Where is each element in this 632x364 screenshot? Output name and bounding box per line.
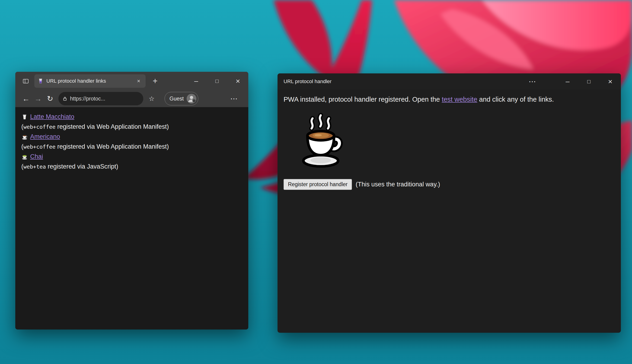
lock-icon xyxy=(62,96,68,102)
protocol-note: (web+coffee registered via Web Applicati… xyxy=(21,122,242,132)
link-label: Latte Macchiato xyxy=(30,113,74,120)
maximize-button[interactable]: □ xyxy=(206,72,228,90)
guest-avatar-icon xyxy=(186,94,196,104)
tab-actions-menu-button[interactable] xyxy=(20,75,32,87)
browser-more-button[interactable]: ⋯ xyxy=(228,92,240,105)
pwa-title-bar[interactable]: URL protocol handler ⋯ – □ × xyxy=(278,74,621,90)
tab-title: URL protocol handler links xyxy=(46,78,132,84)
pwa-window-controls: ⋯ – □ × xyxy=(522,74,621,90)
browser-window-controls: – □ × xyxy=(186,72,248,90)
pwa-more-button[interactable]: ⋯ xyxy=(522,74,543,90)
tab-actions-icon xyxy=(22,78,29,84)
profile-label: Guest xyxy=(169,96,184,102)
desktop: URL protocol handler links × + – □ × ← →… xyxy=(0,0,632,364)
browser-page-content: Latte Macchiato (web+coffee registered v… xyxy=(15,107,248,330)
minimize-button[interactable]: – xyxy=(186,72,206,90)
pwa-minimize-button[interactable]: – xyxy=(557,74,578,90)
test-website-link[interactable]: test website xyxy=(442,96,477,103)
pwa-window: URL protocol handler ⋯ – □ × PWA install… xyxy=(278,74,621,333)
browser-window: URL protocol handler links × + – □ × ← →… xyxy=(15,72,248,330)
protocol-link-row: Latte Macchiato xyxy=(21,112,242,122)
browser-tab[interactable]: URL protocol handler links × xyxy=(34,74,146,88)
pwa-close-button[interactable]: × xyxy=(599,74,621,90)
coffee-emoji-image xyxy=(290,111,351,172)
protocol-note: (web+tea registered via JavaScript) xyxy=(21,162,242,172)
protocol-scheme: web+coffee xyxy=(24,124,55,130)
protocol-link-row: Chai xyxy=(21,152,242,162)
coffee-cup-icon xyxy=(21,134,28,140)
favorites-button[interactable]: ☆ xyxy=(146,92,158,105)
browser-tab-strip[interactable]: URL protocol handler links × + – □ × xyxy=(15,72,248,90)
register-row: Register protocol handler (This uses the… xyxy=(284,179,615,190)
link-label: Americano xyxy=(30,133,60,140)
refresh-button[interactable]: ↻ xyxy=(44,92,56,105)
protocol-scheme: web+tea xyxy=(24,164,46,170)
register-protocol-handler-button[interactable]: Register protocol handler xyxy=(284,179,352,190)
pwa-content: PWA installed, protocol handler register… xyxy=(278,90,621,333)
pwa-maximize-button[interactable]: □ xyxy=(578,74,599,90)
chai-link[interactable]: Chai xyxy=(21,153,43,160)
tab-close-button[interactable]: × xyxy=(135,77,142,85)
link-label: Chai xyxy=(30,153,43,160)
latte-macchiato-link[interactable]: Latte Macchiato xyxy=(21,113,74,120)
protocol-link-row: Americano xyxy=(21,132,242,142)
pwa-window-title: URL protocol handler xyxy=(284,78,332,84)
hot-beverage-icon xyxy=(290,111,351,172)
tab-favicon-icon xyxy=(38,78,44,84)
close-button[interactable]: × xyxy=(228,72,248,90)
back-button[interactable]: ← xyxy=(20,92,32,105)
protocol-scheme: web+coffee xyxy=(24,144,55,150)
teacup-icon xyxy=(21,154,28,160)
profile-button[interactable]: Guest xyxy=(165,92,198,105)
browser-toolbar: ← → ↻ https://protoc... ☆ Guest xyxy=(15,90,248,107)
americano-link[interactable]: Americano xyxy=(21,133,60,140)
forward-button[interactable]: → xyxy=(32,92,44,105)
address-url: https://protoc... xyxy=(70,96,105,102)
pwa-intro-text: PWA installed, protocol handler register… xyxy=(284,96,615,103)
protocol-note: (web+coffee registered via Web Applicati… xyxy=(21,142,242,152)
address-bar[interactable]: https://protoc... xyxy=(58,92,143,105)
new-tab-button[interactable]: + xyxy=(149,75,161,87)
takeaway-cup-icon xyxy=(21,114,28,120)
register-note: (This uses the traditional way.) xyxy=(356,181,440,188)
